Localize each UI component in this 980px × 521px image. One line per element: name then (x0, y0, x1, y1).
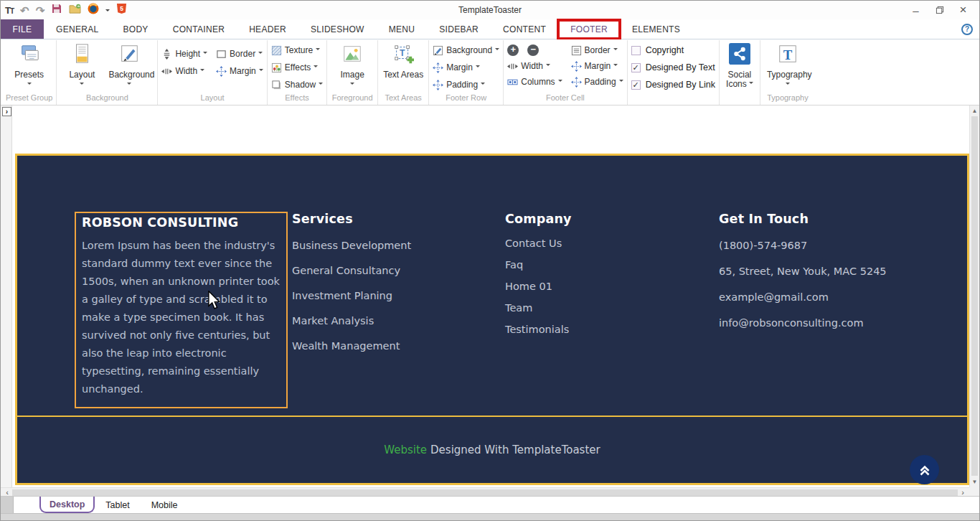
footer-link[interactable]: Home 01 (505, 276, 719, 297)
vertical-scrollbar[interactable]: ▲ ▼ (969, 105, 979, 487)
ribbon-group-preset: Presets Preset Group (2, 40, 56, 105)
minimize-button[interactable]: – (904, 2, 928, 18)
device-tab-desktop[interactable]: Desktop (39, 497, 95, 513)
height-button[interactable]: Height (161, 46, 207, 62)
image-button[interactable]: Image (331, 40, 374, 93)
typography-button[interactable]: T Typography (764, 40, 811, 93)
browser-preview-icon[interactable] (88, 3, 99, 17)
open-folder-icon[interactable] (69, 4, 81, 17)
tab-content[interactable]: CONTENT (491, 19, 558, 39)
footer-email[interactable]: example@gmail.com (719, 284, 967, 310)
remove-cell-button[interactable]: − (527, 44, 539, 56)
close-button[interactable]: × (951, 2, 975, 18)
tab-body[interactable]: BODY (110, 19, 160, 39)
ribbon-group-layout: Height Border Width Margin Layout (157, 40, 266, 105)
tab-container[interactable]: CONTAINER (161, 19, 237, 39)
height-icon (161, 49, 172, 60)
group-label: Footer Cell (507, 93, 623, 105)
effects-button[interactable]: Effects (271, 60, 323, 75)
scroll-to-top-button[interactable] (910, 455, 939, 484)
footer-email[interactable]: info@robsonconsulting.com (719, 310, 967, 336)
redo-icon[interactable]: ↷ (36, 5, 45, 16)
save-icon[interactable] (51, 3, 62, 17)
typography-icon: T (777, 43, 798, 67)
footer-link[interactable]: Business Development (292, 233, 505, 258)
text-areas-icon: T (392, 43, 414, 67)
shadow-button[interactable]: Shadow (271, 77, 323, 93)
dropdown-caret-icon (27, 83, 32, 87)
text-areas-button[interactable]: T Text Areas (382, 40, 425, 93)
cell-width-button[interactable]: Width (507, 58, 562, 74)
footer-link[interactable]: Team (505, 297, 719, 319)
dropdown-caret-icon (749, 82, 753, 86)
footer-link[interactable]: Contact Us (505, 233, 719, 254)
tab-sidebar[interactable]: SIDEBAR (427, 19, 491, 39)
device-tab-tablet[interactable]: Tablet (95, 497, 140, 513)
margin-button[interactable]: Margin (216, 63, 263, 79)
panel-expand-button[interactable]: › (2, 107, 11, 116)
html5-export-icon[interactable]: 5 (116, 3, 127, 17)
tab-file[interactable]: FILE (1, 19, 44, 39)
footer-phone[interactable]: (1800)-574-9687 (719, 233, 967, 258)
scroll-up-arrow-icon[interactable]: ▲ (970, 108, 979, 114)
footer-main-row: ROBSON CONSULTING Lorem Ipsum has been t… (17, 156, 967, 416)
layout-button[interactable]: Layout (60, 40, 103, 93)
footer-link[interactable]: Investment Planing (292, 283, 505, 308)
footer-row-margin-button[interactable]: Margin (433, 60, 499, 75)
selected-text-area[interactable]: ROBSON CONSULTING Lorem Ipsum has been t… (75, 212, 288, 408)
columns-icon (507, 77, 518, 88)
group-label: Typography (764, 93, 811, 105)
tab-menu[interactable]: MENU (377, 19, 428, 39)
footer-link[interactable]: Wealth Management (292, 333, 505, 358)
cell-columns-button[interactable]: Columns (507, 74, 562, 90)
preview-dropdown-icon[interactable] (105, 9, 110, 14)
restore-button[interactable] (928, 2, 951, 18)
design-canvas: › ROBSON CONSULTING Lorem Ipsum has been… (1, 105, 979, 497)
website-link[interactable]: Website (384, 443, 427, 456)
group-label: Foreground (331, 93, 374, 105)
cell-margin-button[interactable]: Margin (571, 58, 623, 74)
cell-padding-button[interactable]: Padding (571, 74, 623, 90)
ribbon-group-background: Layout Background Background (56, 40, 157, 105)
copyright-checkbox[interactable]: Copyright (631, 42, 715, 58)
tab-header[interactable]: HEADER (237, 19, 298, 39)
tab-slideshow[interactable]: SLIDESHOW (298, 19, 377, 39)
tab-elements[interactable]: ELEMENTS (620, 19, 692, 39)
group-label: Background (60, 93, 154, 105)
layout-icon (71, 43, 93, 67)
footer-preview[interactable]: ROBSON CONSULTING Lorem Ipsum has been t… (15, 154, 969, 485)
column-heading: Services (292, 212, 505, 226)
footer-link[interactable]: Faq (505, 254, 719, 276)
background-button[interactable]: Background (105, 40, 154, 93)
footer-row-background-button[interactable]: Background (433, 42, 499, 58)
footer-address[interactable]: 65, Street, New Youk, MAC 5245 (719, 258, 967, 284)
presets-button[interactable]: Presets (8, 40, 51, 93)
device-tab-mobile[interactable]: Mobile (141, 497, 189, 513)
footer-link[interactable]: Testimonials (505, 319, 719, 340)
vertical-scrollbar-thumb[interactable] (971, 116, 978, 476)
dropdown-caret-icon (127, 83, 131, 87)
tab-footer[interactable]: FOOTER (558, 19, 620, 39)
presets-icon (19, 43, 40, 67)
designed-by-text-checkbox[interactable]: ✓Designed By Text (631, 60, 715, 75)
footer-row-padding-button[interactable]: Padding (433, 77, 499, 93)
social-icons-button[interactable]: Social Icons (723, 40, 756, 93)
border-button[interactable]: Border (216, 46, 263, 62)
footer-link[interactable]: General Consultancy (292, 258, 505, 283)
svg-text:5: 5 (120, 5, 123, 12)
help-icon[interactable]: ? (961, 24, 973, 35)
scroll-down-arrow-icon[interactable]: ▼ (970, 479, 979, 485)
undo-icon[interactable]: ↶ (20, 5, 29, 16)
width-button[interactable]: Width (161, 63, 207, 79)
ribbon-group-footer-cell: + − Border Width Margin Columns Padding … (503, 40, 626, 105)
designed-by-link-checkbox[interactable]: ✓Designed By Link (631, 77, 715, 93)
add-cell-button[interactable]: + (507, 44, 519, 56)
width-icon (161, 66, 172, 77)
cell-border-button[interactable]: Border (571, 42, 623, 58)
tab-general[interactable]: GENERAL (44, 19, 110, 39)
footer-link[interactable]: Market Analysis (292, 308, 505, 333)
ribbon-tab-bar: FILE GENERAL BODY CONTAINER HEADER SLIDE… (1, 19, 979, 39)
texture-button[interactable]: Texture (271, 42, 323, 58)
horizontal-scrollbar-thumb[interactable] (12, 489, 958, 496)
footer-about-text: Lorem Ipsum has been the industry's stan… (82, 237, 281, 398)
